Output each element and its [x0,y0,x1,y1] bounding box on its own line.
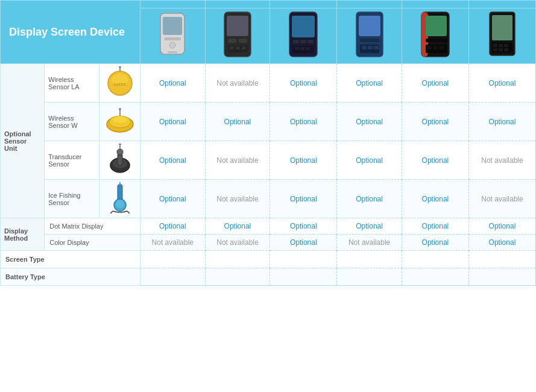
svg-rect-19 [295,47,299,50]
svg-point-55 [119,108,121,110]
svg-rect-42 [504,44,508,47]
screen-type-row: Screen Type [1,251,536,268]
product-name-row: Display Screen Device [1,1,536,8]
wireless-sensor-w-row: WirelessSensor W Optional Optional Optio… [1,103,536,141]
dot-matrix-label: Dot Matrix Display [45,218,140,235]
table-title: Display Screen Device [1,1,140,64]
bt-ff718lic [270,268,337,286]
battery-type-row: Battery Type [1,268,536,286]
svg-rect-16 [300,40,306,43]
wsl-ff718li: Not available [205,64,270,103]
ice-fishing-sensor-label: Ice FishingSensor [45,180,99,218]
device-img-fl168lic [402,8,468,64]
wsl-fl168: Optional [337,64,402,103]
svg-rect-14 [292,16,315,37]
ts-fl168: Optional [337,141,402,180]
transducer-sensor-label: TransducerSensor [45,141,99,180]
svg-point-61 [119,144,121,145]
bt-ff718li [205,268,270,286]
ifs-ff718li: Not available [205,180,270,218]
cd-fl168lic: Optional [402,235,468,251]
svg-rect-38 [492,15,512,40]
ifs-fl168lic: Optional [402,180,468,218]
svg-rect-31 [426,16,447,36]
ts-fl168lic: Optional [402,141,468,180]
ifs-ff718lic: Optional [270,180,337,218]
wireless-sensor-la-label: WirelessSensor LA [45,64,99,103]
ifs-lh1b: Not available [468,180,535,218]
svg-rect-32 [426,39,447,42]
col-header-fl168 [337,1,402,8]
st-ff718 [140,251,205,268]
dm-ff718lic: Optional [270,218,337,235]
ts-ff718li: Not available [205,141,270,180]
svg-rect-11 [236,46,240,49]
ts-ff718: Optional [140,141,205,180]
ifs-fl168: Optional [337,180,402,218]
wsl-lh1b: Optional [468,64,535,103]
svg-rect-4 [168,51,177,53]
wsl-ff718lic: Optional [270,64,337,103]
optional-sensor-unit-label: OptionalSensor Unit [1,64,45,218]
bt-ff718 [140,268,205,286]
cd-ff718lic: Optional [270,235,337,251]
col-header-ff718li [205,1,270,8]
svg-rect-12 [242,46,246,49]
svg-rect-40 [493,44,497,47]
wsl-fl168lic: Optional [402,64,468,103]
cd-fl168: Not available [337,235,402,251]
color-display-row: Color Display Not available Not availabl… [1,235,536,251]
wireless-sensor-la-img: LUCKY [99,64,140,103]
color-display-label: Color Display [45,235,140,251]
ifs-ff718: Optional [140,180,205,218]
dm-ff718li: Optional [205,218,270,235]
wsw-ff718lic: Optional [270,103,337,141]
dm-fl168: Optional [337,218,402,235]
svg-rect-36 [439,46,444,49]
wsw-fl168: Optional [337,103,402,141]
svg-rect-45 [504,48,508,51]
col-header-ff718 [140,1,205,8]
cd-ff718li: Not available [205,235,270,251]
svg-rect-26 [362,46,367,49]
col-header-fl168lic [402,1,468,8]
dot-matrix-row: DisplayMethod Dot Matrix Display Optiona… [1,218,536,235]
screen-type-label: Screen Type [1,251,140,268]
battery-type-label: Battery Type [1,268,140,286]
wsw-lh1b: Optional [468,103,535,141]
svg-rect-43 [493,48,497,51]
st-fl168 [337,251,402,268]
ts-lh1b: Not available [468,141,535,180]
bt-fl168 [337,268,402,286]
svg-rect-2 [164,37,181,40]
wsw-fl168lic: Optional [402,103,468,141]
wsw-ff718li: Optional [205,103,270,141]
svg-rect-8 [239,39,247,43]
device-img-ff718 [140,8,205,64]
svg-rect-44 [499,48,503,51]
svg-rect-6 [227,16,248,36]
ice-fishing-sensor-row: Ice FishingSensor Optional Not available… [1,180,536,218]
cd-lh1b: Optional [468,235,535,251]
wireless-sensor-w-label: WirelessSensor W [45,103,99,141]
svg-rect-23 [359,16,380,36]
device-img-fl168 [337,8,402,64]
svg-point-3 [169,42,175,48]
ice-fishing-sensor-img [99,180,140,218]
display-method-label: DisplayMethod [1,218,45,251]
svg-point-50 [119,66,121,68]
comparison-table: Display Screen Device [0,0,536,286]
svg-rect-27 [368,46,373,49]
svg-rect-35 [433,46,438,49]
wireless-sensor-la-row: OptionalSensor Unit WirelessSensor LA LU… [1,64,536,103]
svg-rect-41 [499,44,503,47]
svg-rect-24 [360,39,379,42]
wsw-ff718: Optional [140,103,205,141]
svg-rect-20 [300,47,304,50]
dm-ff718: Optional [140,218,205,235]
svg-rect-15 [293,40,299,43]
device-img-ff718li [205,8,270,64]
transducer-sensor-img [99,141,140,180]
svg-rect-17 [307,40,314,43]
svg-point-53 [113,116,127,123]
